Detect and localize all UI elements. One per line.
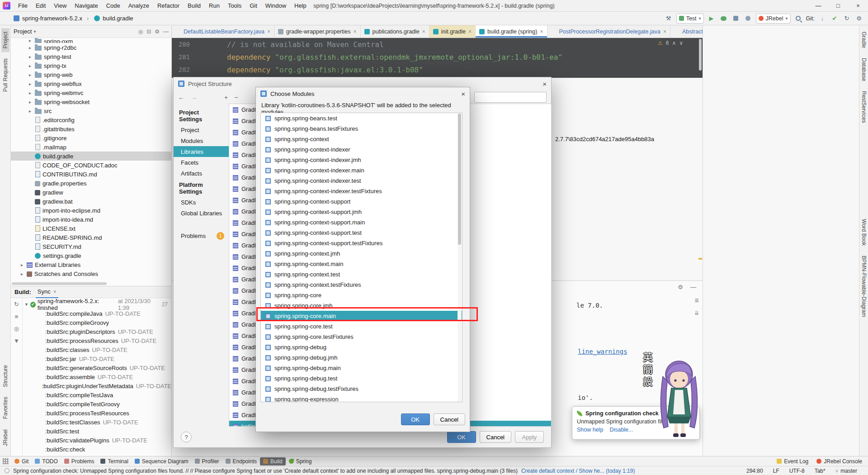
profiler-button[interactable]: [744, 14, 753, 23]
tree-item[interactable]: .mailmap: [11, 142, 171, 152]
tool-windows-switcher-icon[interactable]: [3, 458, 9, 464]
tool-window-button[interactable]: JRebel Console: [813, 457, 865, 466]
project-panel-title[interactable]: Project: [14, 28, 32, 35]
settings-nav-item[interactable]: SDKs: [174, 197, 229, 208]
expand-arrow-icon[interactable]: ▸: [29, 72, 34, 77]
expand-arrow-icon[interactable]: ▸: [29, 90, 34, 95]
expand-arrow-icon[interactable]: ▸: [29, 81, 34, 86]
module-row[interactable]: spring.spring-context-indexer: [261, 144, 462, 155]
close-icon[interactable]: [422, 28, 425, 35]
gear-icon[interactable]: ⚙: [678, 284, 683, 290]
code-editor[interactable]: 280 // is not available on Maven Central…: [172, 38, 703, 78]
module-row[interactable]: spring.spring-context-support.main: [261, 217, 462, 228]
editor-tab[interactable]: gradle-wrapper.properties: [274, 25, 360, 38]
module-row[interactable]: spring.spring-context-support: [261, 196, 462, 207]
apply-button[interactable]: Apply: [515, 431, 544, 443]
build-root-row[interactable]: ▼ ✔ spring-framework-5.2.x: finished at …: [23, 300, 171, 309]
module-row[interactable]: spring.spring-context-support.testFixtur…: [261, 238, 462, 248]
breadcrumb-project[interactable]: spring-framework-5.2.x: [14, 15, 82, 22]
tree-item[interactable]: import-into-eclipse.md: [11, 206, 171, 215]
tree-item[interactable]: ▸ spring-websocket: [11, 97, 171, 106]
ok-button[interactable]: OK: [447, 431, 476, 443]
tool-stripe-button[interactable]: Gradle: [860, 28, 868, 52]
tool-stripe-button[interactable]: JRebel: [1, 426, 9, 450]
tool-stripe-button[interactable]: Word Book: [860, 215, 868, 249]
module-row[interactable]: spring.spring-context.jmh: [261, 248, 462, 259]
editor-scrollbar[interactable]: [698, 38, 703, 280]
tool-window-button[interactable]: Terminal: [97, 457, 131, 466]
tool-window-button[interactable]: Git: [11, 457, 32, 466]
chevron-down-icon[interactable]: ▾: [33, 29, 36, 34]
close-icon[interactable]: [468, 28, 472, 35]
close-icon[interactable]: ×: [53, 289, 57, 295]
close-icon[interactable]: [267, 28, 270, 35]
editor-tab[interactable]: DefaultListableBeanFactory.java: [172, 25, 274, 38]
module-row[interactable]: spring.spring-core.test: [261, 321, 462, 332]
close-button[interactable]: ×: [848, 0, 868, 12]
tool-window-button[interactable]: Event Log: [774, 457, 811, 466]
module-row[interactable]: spring.spring-debug.test: [261, 373, 462, 384]
console-link-fragment[interactable]: line_warnings: [578, 348, 627, 355]
pin-icon[interactable]: ◎: [14, 325, 19, 332]
expand-arrow-icon[interactable]: ▸: [29, 100, 34, 104]
tree-item[interactable]: .gitattributes: [11, 124, 171, 133]
menu-item[interactable]: Refactor: [153, 0, 184, 12]
line-separator[interactable]: LF: [773, 468, 779, 474]
add-icon[interactable]: +: [224, 94, 228, 101]
horizontal-scrollbar[interactable]: [12, 282, 107, 285]
module-row[interactable]: spring.spring-beans.testFixtures: [261, 124, 462, 134]
module-row[interactable]: spring.spring-debug.testFixtures: [261, 384, 462, 394]
build-task-row[interactable]: :buildSrc:check: [23, 445, 171, 454]
git-branch-widget[interactable]: ⑂ master: [835, 468, 857, 474]
tree-item[interactable]: import-into-idea.md: [11, 215, 171, 224]
module-row[interactable]: spring.spring-debug.jmh: [261, 352, 462, 363]
expand-arrow-icon[interactable]: ▸: [21, 271, 26, 276]
close-icon[interactable]: [663, 28, 666, 35]
module-row[interactable]: spring.spring-core.testFixtures: [261, 332, 462, 342]
tool-stripe-button[interactable]: Favorites: [1, 393, 9, 423]
tree-item[interactable]: ▸ spring-web: [11, 70, 171, 79]
build-hammer-icon[interactable]: ⚒: [664, 14, 673, 23]
settings-nav-item[interactable]: Facets: [174, 157, 229, 168]
menu-item[interactable]: Navigate: [71, 0, 102, 12]
scrollbar-thumb[interactable]: [699, 39, 702, 71]
status-message[interactable]: Spring configuration check: Unmapped Spr…: [13, 468, 518, 474]
close-icon[interactable]: [354, 28, 357, 35]
forward-icon[interactable]: →: [191, 94, 197, 101]
menu-item[interactable]: View: [50, 0, 71, 12]
tree-item[interactable]: gradlew: [11, 188, 171, 197]
expand-arrow-icon[interactable]: ▸: [21, 262, 26, 267]
tool-window-button[interactable]: Endpoints: [222, 457, 260, 466]
tree-item[interactable]: SECURITY.md: [11, 242, 171, 251]
menu-item[interactable]: Window: [261, 0, 290, 12]
module-row[interactable]: spring.spring-beans.test: [261, 113, 462, 124]
settings-nav-item[interactable]: Artifacts: [174, 168, 229, 179]
module-row[interactable]: spring.spring-context.testFixtures: [261, 280, 462, 290]
prev-problem-icon[interactable]: ∧: [672, 40, 676, 46]
build-task-row[interactable]: :buildSrc:classes UP-TO-DATE: [23, 345, 171, 354]
tree-item[interactable]: ▸ spring-r2dbc: [11, 43, 171, 52]
editor-tab[interactable]: publications.gradle: [361, 25, 429, 38]
hide-panel-icon[interactable]: —: [163, 28, 169, 35]
tree-item[interactable]: ▸ spring-oxm: [11, 38, 171, 43]
module-row[interactable]: spring.spring-context: [261, 134, 462, 144]
close-icon[interactable]: ×: [461, 90, 465, 98]
breadcrumb-file[interactable]: build.gradle: [87, 15, 133, 22]
module-row[interactable]: spring.spring-context-indexer.testFixtur…: [261, 186, 462, 196]
build-task-row[interactable]: :buildSrc:validatePlugins UP-TO-DATE: [23, 436, 171, 445]
ok-button[interactable]: OK: [401, 413, 430, 425]
notification-toast[interactable]: Spring configuration check ⌄ Unmapped Sp…: [572, 406, 700, 440]
scrollbar-thumb[interactable]: [458, 114, 461, 245]
editor-tab[interactable]: AbstractXmlApplicationContext.java: [670, 25, 703, 38]
tree-item[interactable]: build.gradle: [11, 152, 171, 161]
gear-icon[interactable]: ⚙: [155, 28, 160, 35]
close-icon[interactable]: ×: [542, 80, 547, 88]
cancel-button[interactable]: Cancel: [480, 431, 511, 443]
menu-item[interactable]: Git: [245, 0, 261, 12]
build-task-row[interactable]: :buildSrc:processTestResources: [23, 408, 171, 418]
tab-sync[interactable]: Sync ×: [36, 286, 58, 298]
tree-item[interactable]: ▸ Scratches and Consoles: [11, 269, 171, 278]
cancel-button[interactable]: Cancel: [434, 413, 465, 425]
caret-position[interactable]: 294:80: [746, 468, 763, 474]
module-row[interactable]: spring.spring-debug: [261, 342, 462, 352]
